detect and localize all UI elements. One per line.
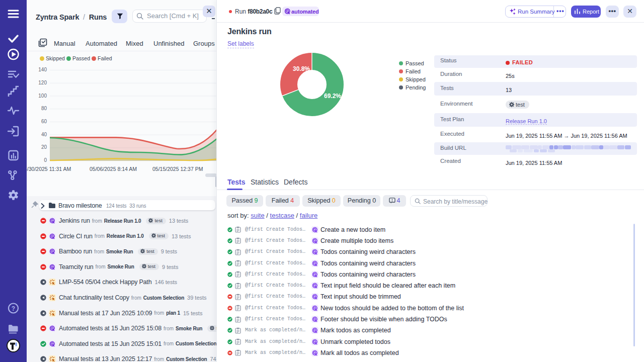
- svg-text:?: ?: [12, 305, 15, 312]
- svg-text:30.8%: 30.8%: [293, 65, 310, 72]
- svg-text:69.2%: 69.2%: [324, 93, 341, 100]
